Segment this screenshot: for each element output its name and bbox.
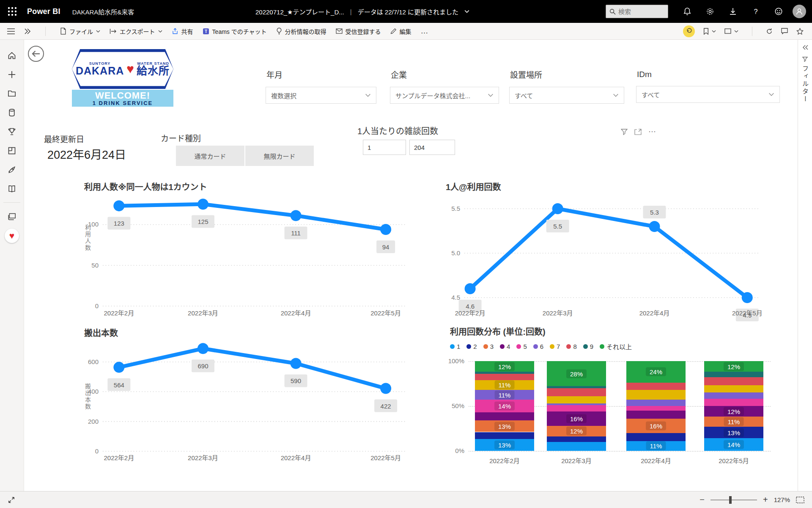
bar-segment[interactable] xyxy=(626,411,686,419)
stacked-bar[interactable]: 13%13%14%11%11%12% xyxy=(475,361,534,451)
slicer-yearmonth[interactable]: 複数選択 xyxy=(266,87,376,104)
bar-segment[interactable] xyxy=(547,386,606,388)
more-options-icon[interactable]: ⋯ xyxy=(648,127,656,136)
filter-funnel-icon[interactable] xyxy=(621,129,628,135)
nav-apps[interactable] xyxy=(3,141,21,160)
expand-pane-icon[interactable] xyxy=(24,28,31,34)
bookmarks-button[interactable] xyxy=(703,28,716,35)
share-button[interactable]: 共有 xyxy=(172,27,193,36)
legend-item[interactable]: 7 xyxy=(550,343,560,350)
fit-to-page-icon[interactable] xyxy=(796,497,804,503)
file-menu[interactable]: ファイル xyxy=(60,27,100,36)
bar-segment[interactable] xyxy=(475,412,534,420)
stacked-bar[interactable]: 12%16%28% xyxy=(547,361,606,451)
fullscreen-expand-icon[interactable] xyxy=(8,496,15,504)
bar-segment[interactable]: 28% xyxy=(547,361,606,386)
slicer-idm[interactable]: すべて xyxy=(636,86,780,103)
visual-stacked-bar-distribution[interactable]: 利用回数分布 (単位:回数)123456789それ以上100%50%0%13%1… xyxy=(444,323,778,469)
slicer-company[interactable]: サンプルデータ株式会社... xyxy=(390,87,499,104)
bar-segment[interactable] xyxy=(475,374,534,380)
bar-segment[interactable]: 12% xyxy=(704,361,763,372)
visual-line-users[interactable]: 利用人数※同一人物は1カウント利用人数100500123125111942022… xyxy=(78,178,423,322)
chat-count-min-input[interactable] xyxy=(363,140,406,155)
notifications-button[interactable] xyxy=(676,0,699,23)
legend-item[interactable]: 5 xyxy=(516,343,527,350)
bar-segment[interactable] xyxy=(626,390,686,400)
legend-item[interactable]: 1 xyxy=(450,343,460,350)
report-title[interactable]: 20220712_★テンプレート_D... xyxy=(255,7,344,16)
settings-button[interactable] xyxy=(699,0,721,23)
bar-segment[interactable] xyxy=(626,400,686,406)
favorite-button[interactable] xyxy=(796,28,804,35)
bar-segment[interactable] xyxy=(704,377,763,385)
nav-workspaces[interactable] xyxy=(3,207,21,226)
hamburger-menu-icon[interactable] xyxy=(7,28,15,34)
powerbi-brand[interactable]: Power BI xyxy=(27,7,60,16)
bar-segment[interactable]: 14% xyxy=(475,400,534,412)
search-box[interactable] xyxy=(606,5,668,18)
bar-segment[interactable]: 14% xyxy=(704,438,763,451)
nav-home[interactable] xyxy=(3,46,21,65)
more-options-button[interactable]: … xyxy=(421,27,428,36)
back-button[interactable] xyxy=(28,46,44,62)
export-menu[interactable]: エクスポート xyxy=(110,27,162,36)
card-filter-normal[interactable]: 通常カード xyxy=(176,146,244,166)
search-input[interactable] xyxy=(618,8,661,15)
filter-funnel-icon[interactable] xyxy=(802,57,808,62)
account-avatar[interactable] xyxy=(793,5,806,18)
bar-segment[interactable]: 13% xyxy=(475,420,534,432)
legend-item[interactable]: 9 xyxy=(583,343,593,350)
bar-segment[interactable] xyxy=(626,383,686,390)
get-insights-button[interactable]: 分析情報の取得 xyxy=(276,27,326,36)
nav-browse[interactable] xyxy=(3,84,21,103)
nav-data-hub[interactable] xyxy=(3,103,21,122)
bar-segment[interactable] xyxy=(704,399,763,406)
subscribe-button[interactable]: 受信登録する xyxy=(336,27,381,36)
expand-filters-icon[interactable] xyxy=(802,45,808,50)
bar-segment[interactable]: 12% xyxy=(475,361,534,372)
bar-segment[interactable] xyxy=(547,403,606,405)
nav-create[interactable] xyxy=(3,65,21,84)
nav-learn[interactable] xyxy=(3,179,21,198)
feedback-button[interactable] xyxy=(767,0,790,23)
slicer-location[interactable]: すべて xyxy=(509,87,624,104)
help-button[interactable]: ? xyxy=(744,0,767,23)
filter-pane-title[interactable]: フィルター xyxy=(801,65,809,103)
reset-default-button[interactable] xyxy=(683,25,695,37)
teams-chat-button[interactable]: T Teams でのチャット xyxy=(203,27,267,36)
comments-button[interactable] xyxy=(781,28,788,34)
bar-segment[interactable]: 11% xyxy=(626,441,686,451)
bar-segment[interactable]: 11% xyxy=(704,417,763,426)
visual-line-usage-per-person[interactable]: 1人@利用回数5.55.04.54.65.55.34.52022年2月2022年… xyxy=(440,178,776,322)
stacked-bar[interactable]: 14%13%11%12%12% xyxy=(704,361,763,451)
bar-segment[interactable] xyxy=(547,388,606,396)
bar-segment[interactable]: 16% xyxy=(626,419,686,433)
bar-segment[interactable] xyxy=(626,433,686,441)
data-updated-text[interactable]: データは 22/7/12 に更新されました xyxy=(358,7,458,16)
bar-segment[interactable]: 11% xyxy=(475,380,534,390)
bar-segment[interactable]: 13% xyxy=(704,427,763,439)
legend-item[interactable]: 3 xyxy=(483,343,494,350)
bar-segment[interactable] xyxy=(547,442,606,451)
legend-item[interactable]: 8 xyxy=(566,343,576,350)
download-button[interactable] xyxy=(721,0,744,23)
waffle-menu-icon[interactable] xyxy=(8,7,17,16)
bar-segment[interactable]: 11% xyxy=(475,390,534,400)
refresh-button[interactable] xyxy=(766,28,773,35)
bar-segment[interactable]: 13% xyxy=(475,439,534,451)
legend-item[interactable]: 6 xyxy=(533,343,543,350)
stacked-bar[interactable]: 11%16%24% xyxy=(626,361,686,451)
bar-segment[interactable] xyxy=(547,436,606,442)
zoom-in-button[interactable]: + xyxy=(763,495,768,505)
chevron-down-icon[interactable] xyxy=(464,10,469,13)
bar-segment[interactable] xyxy=(704,385,763,392)
focus-mode-icon[interactable] xyxy=(634,129,642,135)
legend-item[interactable]: それ以上 xyxy=(600,342,632,351)
bar-segment[interactable] xyxy=(547,405,606,411)
zoom-out-button[interactable]: − xyxy=(700,495,705,505)
bar-segment[interactable]: 12% xyxy=(547,426,606,436)
nav-current-workspace[interactable]: ♥ xyxy=(3,226,21,245)
bar-segment[interactable] xyxy=(626,406,686,411)
edit-button[interactable]: 編集 xyxy=(390,27,411,36)
bar-segment[interactable]: 12% xyxy=(704,406,763,417)
